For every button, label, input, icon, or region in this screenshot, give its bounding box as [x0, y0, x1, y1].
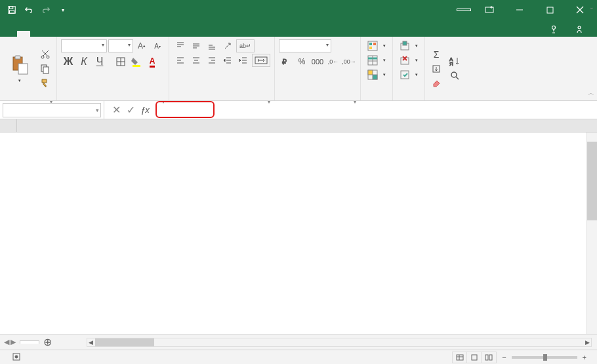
zoom-in-button[interactable]: +: [583, 354, 587, 361]
underline-button[interactable]: Ч: [93, 55, 107, 68]
accounting-format-button[interactable]: ₽: [279, 55, 293, 68]
horizontal-scrollbar[interactable]: [87, 338, 592, 347]
increase-decimal-button[interactable]: ,0←: [326, 55, 340, 68]
font-size-combo[interactable]: [108, 39, 133, 52]
svg-rect-63: [401, 71, 409, 79]
clear-button[interactable]: [429, 77, 443, 90]
find-select-button[interactable]: [446, 70, 464, 83]
delete-cells-button[interactable]: ▾: [397, 54, 421, 67]
align-left-button[interactable]: [173, 54, 188, 67]
fill-color-button[interactable]: [129, 55, 144, 68]
save-button[interactable]: [4, 2, 20, 18]
align-middle-button[interactable]: [189, 39, 203, 52]
tab-home[interactable]: [17, 31, 30, 37]
quick-access-toolbar: ▾: [0, 2, 71, 18]
share-button[interactable]: [569, 22, 592, 37]
format-painter-button[interactable]: [38, 77, 52, 90]
tab-help[interactable]: [109, 31, 122, 37]
tab-review[interactable]: [83, 31, 96, 37]
group-clipboard: ▾: [0, 37, 57, 100]
comma-button[interactable]: 000: [310, 55, 325, 68]
tab-file[interactable]: [4, 31, 17, 37]
tab-formulas[interactable]: [56, 31, 70, 37]
redo-button[interactable]: [38, 2, 54, 18]
formula-bar[interactable]: [157, 103, 585, 117]
tab-view[interactable]: [96, 31, 109, 37]
tab-data[interactable]: [70, 31, 83, 37]
maximize-button[interactable]: [538, 0, 562, 20]
enter-formula-button[interactable]: ✓: [125, 105, 136, 115]
decrease-indent-button[interactable]: [220, 54, 235, 67]
format-cells-button[interactable]: ▾: [397, 68, 421, 81]
zoom-out-button[interactable]: −: [502, 354, 506, 361]
number-format-combo[interactable]: [279, 39, 331, 52]
svg-rect-50: [369, 47, 372, 49]
paste-button[interactable]: ▾: [4, 39, 35, 98]
expand-formula-bar-button[interactable]: ⌄: [589, 4, 594, 10]
wrap-text-button[interactable]: ab↵: [236, 39, 255, 52]
shrink-font-button[interactable]: A▾: [150, 39, 165, 52]
cell-styles-button[interactable]: ▾: [365, 68, 388, 81]
percent-button[interactable]: %: [295, 55, 309, 68]
format-as-table-button[interactable]: ▾: [365, 54, 388, 67]
increase-indent-button[interactable]: [236, 54, 251, 67]
align-bottom-button[interactable]: [205, 39, 219, 52]
tab-insert[interactable]: [30, 31, 43, 37]
normal-view-button[interactable]: [453, 352, 467, 363]
group-font-label: [61, 98, 165, 99]
qat-customize[interactable]: ▾: [55, 2, 71, 18]
group-styles-label: [365, 98, 388, 99]
align-center-button[interactable]: [189, 54, 203, 67]
autosum-button[interactable]: Σ: [429, 48, 443, 61]
group-styles: ▾ ▾ ▾: [361, 37, 393, 100]
sort-filter-button[interactable]: АЯ: [446, 55, 464, 68]
borders-button[interactable]: [113, 55, 128, 68]
align-top-button[interactable]: [173, 39, 188, 52]
zoom-slider[interactable]: [512, 356, 577, 359]
svg-point-9: [578, 26, 581, 29]
sheet-tab[interactable]: [20, 340, 39, 344]
svg-point-13: [41, 56, 44, 58]
undo-button[interactable]: [21, 2, 37, 18]
group-clipboard-label: [4, 98, 52, 99]
orientation-button[interactable]: [220, 39, 235, 52]
conditional-formatting-button[interactable]: ▾: [365, 39, 388, 52]
select-all-corner[interactable]: [0, 119, 17, 132]
merge-button[interactable]: [252, 54, 270, 67]
svg-text:₽: ₽: [282, 58, 287, 66]
group-number-label: [279, 98, 356, 99]
minimize-button[interactable]: [508, 0, 531, 20]
copy-button[interactable]: [38, 62, 52, 75]
font-color-button[interactable]: А: [145, 55, 159, 68]
grow-font-button[interactable]: A▴: [134, 39, 149, 52]
tell-me-button[interactable]: [545, 22, 567, 37]
signin-button[interactable]: [457, 9, 471, 11]
grid-rows[interactable]: [0, 132, 597, 334]
insert-cells-button[interactable]: ▾: [397, 39, 421, 52]
fill-button[interactable]: [429, 62, 443, 75]
font-name-combo[interactable]: [61, 39, 107, 52]
group-number: ₽ % 000 ,0← ,00→: [275, 37, 361, 100]
svg-rect-76: [489, 355, 492, 360]
italic-button[interactable]: К: [77, 55, 91, 68]
tab-pagelayout[interactable]: [43, 31, 56, 37]
cut-button[interactable]: [38, 48, 52, 61]
insert-function-button[interactable]: ƒx: [140, 105, 150, 115]
name-box[interactable]: ▾: [3, 103, 101, 117]
vertical-scrollbar[interactable]: [587, 132, 597, 334]
decrease-decimal-button[interactable]: ,00→: [342, 55, 356, 68]
bold-button[interactable]: Ж: [61, 55, 75, 68]
sheet-nav-buttons[interactable]: ◀▶: [0, 338, 20, 346]
svg-rect-59: [403, 41, 407, 45]
close-button[interactable]: [568, 0, 592, 20]
cancel-formula-button[interactable]: ✕: [111, 105, 121, 115]
title-bar: ▾: [0, 0, 597, 20]
page-layout-view-button[interactable]: [467, 352, 482, 363]
svg-point-14: [47, 56, 49, 58]
macro-record-icon[interactable]: [12, 352, 21, 363]
add-sheet-button[interactable]: ⊕: [39, 337, 55, 348]
collapse-ribbon-button[interactable]: ︿: [588, 89, 594, 98]
ribbon-display-options[interactable]: [478, 0, 501, 20]
align-right-button[interactable]: [205, 54, 219, 67]
page-break-view-button[interactable]: [482, 352, 496, 363]
